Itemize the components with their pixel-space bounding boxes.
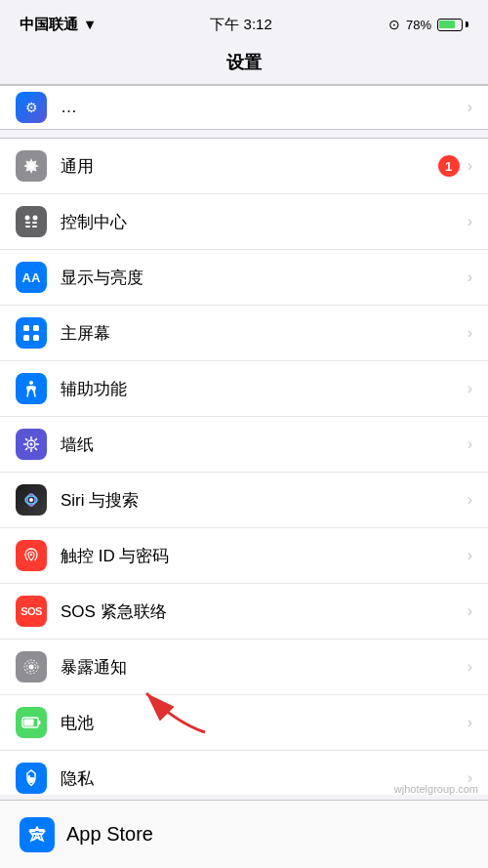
svg-rect-31 — [38, 721, 41, 724]
watermark: wjhotelgroup.com — [394, 783, 478, 795]
wallpaper-chevron: › — [468, 435, 472, 453]
battery-icon — [437, 19, 468, 31]
touch-id-icon — [16, 540, 47, 571]
svg-point-24 — [29, 498, 33, 502]
general-label: 通用 — [61, 155, 438, 178]
exposure-label: 暴露通知 — [61, 656, 468, 679]
wallpaper-label: 墙纸 — [61, 434, 468, 456]
control-center-chevron: › — [468, 213, 472, 230]
accessibility-chevron: › — [468, 380, 472, 397]
tab-bar: App Store — [0, 800, 488, 868]
svg-point-11 — [29, 381, 33, 385]
svg-rect-8 — [33, 325, 39, 331]
svg-rect-4 — [32, 222, 37, 224]
home-screen-right: › — [468, 324, 472, 342]
control-center-label: 控制中心 — [61, 211, 468, 233]
time-text: 下午 3:12 — [210, 16, 271, 34]
list-item-touch-id[interactable]: 触控 ID 与密码 › — [0, 528, 488, 584]
chevron-icon: › — [468, 99, 472, 116]
general-right: 1 › — [438, 155, 472, 177]
svg-point-13 — [30, 443, 33, 446]
appstore-icon — [20, 817, 55, 852]
partial-label: … — [61, 98, 468, 117]
svg-rect-5 — [25, 226, 30, 227]
appstore-label: App Store — [66, 823, 153, 846]
svg-rect-9 — [23, 335, 29, 341]
list-item-display[interactable]: AA 显示与亮度 › — [0, 250, 488, 306]
general-icon — [16, 150, 47, 182]
list-item-general[interactable]: 通用 1 › — [0, 139, 488, 194]
home-screen-icon — [16, 317, 47, 349]
tab-bar-appstore[interactable]: App Store — [20, 817, 153, 852]
privacy-icon — [16, 763, 47, 794]
control-center-icon — [16, 206, 47, 237]
partial-icon: ⚙ — [16, 92, 47, 123]
battery-percent: 78% — [406, 18, 431, 32]
battery-settings-icon — [16, 707, 47, 738]
touch-id-label: 触控 ID 与密码 — [61, 545, 468, 567]
list-item-control-center[interactable]: 控制中心 › — [0, 194, 488, 250]
wallpaper-right: › — [468, 435, 472, 453]
sos-label: SOS 紧急联络 — [61, 600, 468, 623]
siri-chevron: › — [468, 491, 472, 509]
battery-right: › — [468, 714, 472, 731]
svg-rect-6 — [32, 226, 37, 227]
home-screen-chevron: › — [468, 324, 472, 342]
status-bar: 中国联通 ▾ 下午 3:12 ⊙ 78% — [0, 0, 488, 43]
svg-point-26 — [29, 665, 34, 670]
display-right: › — [468, 269, 472, 286]
svg-point-25 — [30, 554, 32, 556]
general-badge: 1 — [438, 155, 460, 177]
accessibility-label: 辅助功能 — [61, 378, 468, 400]
status-right: ⊙ 78% — [388, 17, 468, 32]
list-item-wallpaper[interactable]: 墙纸 › — [0, 417, 488, 473]
sos-right: › — [468, 602, 472, 620]
top-partial-section: ⚙ … › — [0, 85, 488, 130]
svg-rect-3 — [25, 222, 30, 224]
accessibility-right: › — [468, 380, 472, 397]
exposure-right: › — [468, 658, 472, 676]
touch-id-chevron: › — [468, 547, 472, 564]
general-chevron: › — [468, 157, 472, 175]
settings-scroll[interactable]: ⚙ … › 通用 1 › — [0, 85, 488, 795]
display-label: 显示与亮度 — [61, 267, 468, 289]
touch-id-right: › — [468, 547, 472, 564]
list-item-siri[interactable]: Siri 与搜索 › — [0, 473, 488, 528]
sos-icon: SOS — [16, 596, 47, 627]
list-item-sos[interactable]: SOS SOS 紧急联络 › — [0, 584, 488, 640]
sos-chevron: › — [468, 602, 472, 620]
list-item-home-screen[interactable]: 主屏幕 › — [0, 306, 488, 361]
siri-label: Siri 与搜索 — [61, 489, 468, 512]
list-item-battery[interactable]: 电池 › — [0, 695, 488, 751]
exposure-chevron: › — [468, 658, 472, 676]
svg-line-21 — [25, 448, 27, 450]
svg-rect-10 — [33, 335, 39, 341]
battery-chevron: › — [468, 714, 472, 731]
wallpaper-icon — [16, 429, 47, 460]
svg-rect-7 — [23, 325, 29, 331]
exposure-icon — [16, 651, 47, 682]
svg-rect-30 — [24, 720, 34, 726]
display-icon: AA — [16, 262, 47, 293]
svg-line-19 — [35, 448, 37, 450]
list-item-partial[interactable]: ⚙ … › — [0, 86, 488, 129]
home-screen-label: 主屏幕 — [61, 322, 468, 345]
wifi-icon: ⊙ — [388, 17, 400, 32]
nav-bar: 设置 — [0, 43, 488, 85]
svg-point-2 — [33, 216, 38, 221]
svg-line-20 — [35, 438, 37, 440]
svg-line-18 — [25, 438, 27, 440]
control-center-right: › — [468, 213, 472, 230]
list-item-accessibility[interactable]: 辅助功能 › — [0, 361, 488, 417]
list-item-exposure[interactable]: 暴露通知 › — [0, 640, 488, 695]
display-chevron: › — [468, 269, 472, 286]
main-settings-section: 通用 1 › 控制中心 › — [0, 138, 488, 795]
accessibility-icon — [16, 373, 47, 404]
battery-label: 电池 — [61, 712, 468, 734]
siri-right: › — [468, 491, 472, 509]
page-title: 设置 — [226, 53, 262, 72]
svg-point-1 — [25, 216, 30, 221]
siri-icon — [16, 484, 47, 516]
partial-right: › — [468, 99, 472, 116]
carrier-text: 中国联通 ▾ — [20, 16, 94, 34]
